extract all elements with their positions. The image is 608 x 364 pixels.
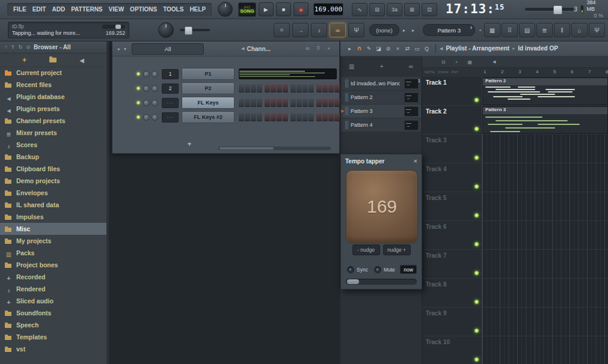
plugin-selector[interactable]: (none): [369, 24, 399, 36]
close-icon[interactable]: ×: [325, 46, 332, 51]
pan-knob[interactable]: [143, 114, 150, 121]
step-cell[interactable]: [290, 99, 296, 107]
pattern-item[interactable]: Pattern 4: [341, 118, 421, 132]
channel-filter[interactable]: All: [132, 43, 204, 55]
pattern-spinner[interactable]: ▲▼: [470, 26, 473, 29]
playlist-clip[interactable]: Pattern 2: [482, 77, 608, 105]
step-cell[interactable]: [271, 99, 276, 107]
browser-item-vst[interactable]: vst: [0, 343, 106, 355]
step-sequencer-icon[interactable]: ⠿: [502, 23, 518, 37]
link-icon[interactable]: ∞: [330, 23, 346, 37]
pattern-arrow-icon[interactable]: ▸: [410, 25, 417, 35]
step-cell[interactable]: [271, 84, 276, 93]
master-pitch-slider[interactable]: [180, 26, 210, 34]
scroll-left-icon[interactable]: ◀: [493, 59, 496, 64]
channel-button[interactable]: FL Keys #2: [182, 111, 235, 123]
tapper-slider[interactable]: [346, 279, 417, 285]
track-view-icon[interactable]: ▦: [467, 59, 472, 65]
add-channel-button[interactable]: +: [183, 140, 195, 148]
pattern-item[interactable]: Id invaded..wo Pianos)1: [341, 77, 421, 90]
playlist-track-row[interactable]: Track 10: [422, 336, 608, 364]
step-cell[interactable]: [245, 113, 250, 121]
step-cell[interactable]: [265, 84, 270, 93]
pattern-selector[interactable]: Pattern 3 ▲▼: [423, 24, 475, 36]
track-led-icon[interactable]: [474, 184, 479, 189]
now-button[interactable]: now: [400, 265, 417, 274]
add-icon[interactable]: +: [22, 56, 26, 64]
step-cell[interactable]: [257, 99, 262, 107]
step-cell[interactable]: [322, 99, 328, 107]
step-cell[interactable]: [302, 99, 308, 107]
step-cell[interactable]: [296, 84, 302, 93]
step-cell[interactable]: [239, 113, 244, 121]
step-cell[interactable]: [251, 113, 256, 121]
playlist-icon[interactable]: ▦: [484, 23, 500, 37]
plugin-arrow-icon[interactable]: ▸: [401, 25, 408, 35]
step-cell[interactable]: [328, 113, 334, 121]
mic-icon[interactable]: Ψ: [348, 23, 364, 37]
browser-item-demo-projects[interactable]: Demo projects: [0, 175, 106, 187]
step-cell[interactable]: [316, 99, 322, 107]
add-pattern-button[interactable]: +: [476, 25, 484, 35]
browser-item-recent-files[interactable]: Recent files: [0, 79, 106, 91]
arrangement-name[interactable]: Id invaded OP: [518, 45, 558, 52]
pattern-item[interactable]: ▶Pattern 3: [341, 105, 421, 118]
step-cell[interactable]: [302, 84, 308, 93]
step-edit-icon[interactable]: →: [292, 23, 309, 37]
channel-number[interactable]: 1: [162, 69, 179, 79]
nudge-minus-button[interactable]: - nudge: [352, 244, 380, 255]
close-icon[interactable]: ×: [414, 157, 417, 165]
pat-song-switch[interactable]: PAT SONG: [238, 2, 256, 17]
volume-knob[interactable]: [152, 114, 158, 121]
step-cell[interactable]: [290, 84, 296, 93]
track-led-icon[interactable]: [474, 127, 479, 131]
browser-item-recorded[interactable]: Recorded: [0, 271, 106, 283]
playlist-track-row[interactable]: Track 7: [422, 250, 608, 279]
track-resize-icon[interactable]: ⊟: [441, 59, 446, 65]
browser-item-my-projects[interactable]: My projects: [0, 235, 106, 247]
play-button[interactable]: ▶: [259, 2, 274, 16]
step-cell[interactable]: [283, 84, 288, 93]
menu-file[interactable]: FILE: [10, 6, 29, 13]
step-cell[interactable]: [309, 99, 314, 107]
step-cell[interactable]: [290, 113, 296, 121]
channel-button[interactable]: P2: [182, 82, 235, 94]
sync-radio[interactable]: [347, 266, 354, 273]
track-led-icon[interactable]: [474, 300, 479, 304]
shuffle-knob[interactable]: [218, 2, 233, 17]
menu-edit[interactable]: EDIT: [29, 6, 49, 13]
picker-grid-icon[interactable]: ▥: [349, 63, 354, 70]
step-cell[interactable]: [296, 113, 302, 121]
mute-tool-icon[interactable]: ×: [393, 46, 402, 52]
channel-number[interactable]: 2: [162, 83, 179, 94]
track-move-icon[interactable]: +: [455, 59, 458, 65]
step-cell[interactable]: [277, 99, 282, 107]
zoom-tool-icon[interactable]: Q: [422, 46, 431, 52]
browser-item-mixer-presets[interactable]: Mixer presets: [0, 127, 106, 139]
step-cell[interactable]: [322, 113, 328, 121]
record-button[interactable]: ●: [293, 2, 309, 16]
step-cell[interactable]: [328, 99, 334, 107]
speaker-icon[interactable]: ◀: [79, 57, 84, 64]
playlist-track-row[interactable]: Track 5: [422, 192, 608, 221]
rack-scrollbar[interactable]: [218, 147, 331, 150]
volume-knob[interactable]: [152, 100, 158, 106]
step-cell[interactable]: [283, 113, 288, 121]
menu-options[interactable]: OPTIONS: [127, 6, 160, 13]
nudge-plus-button[interactable]: nudge +: [383, 244, 411, 255]
song-label[interactable]: SONG: [240, 9, 254, 14]
playlist-track-row[interactable]: Track 8: [422, 279, 608, 308]
parent-folder-icon[interactable]: ⇑: [9, 44, 17, 50]
channel-number[interactable]: ···: [162, 98, 179, 108]
browser-item-rendered[interactable]: Rendered: [0, 283, 106, 295]
browser-item-sliced-audio[interactable]: Sliced audio: [0, 295, 106, 307]
step-cell[interactable]: [245, 84, 250, 93]
playlist-clip[interactable]: Pattern 3: [482, 106, 608, 134]
browser-item-channel-presets[interactable]: Channel presets: [0, 115, 106, 127]
refresh-icon[interactable]: ↻: [17, 44, 25, 50]
step-cell[interactable]: [322, 84, 328, 93]
browser-item-soundfonts[interactable]: Soundfonts: [0, 307, 106, 319]
slider-handle[interactable]: [185, 26, 192, 35]
menu-help[interactable]: HELP: [186, 6, 209, 13]
pan-knob[interactable]: [143, 71, 150, 77]
